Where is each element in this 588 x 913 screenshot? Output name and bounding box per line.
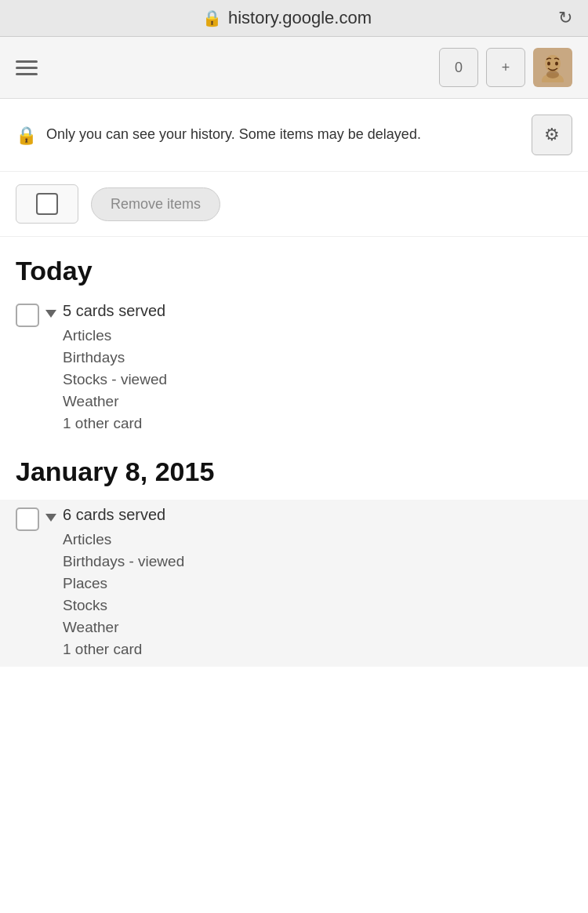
group-item-jan8-group-1-2[interactable]: Places [63, 573, 572, 595]
group-title-today-group-1: 5 cards served [63, 302, 572, 320]
main-content: Today5 cards servedArticlesBirthdaysStoc… [0, 237, 588, 667]
group-item-today-group-1-3[interactable]: Weather [63, 391, 572, 413]
group-item-today-group-1-4[interactable]: 1 other card [63, 413, 572, 435]
group-content-jan8-group-1: 6 cards servedArticlesBirthdays - viewed… [63, 506, 572, 660]
group-item-today-group-1-1[interactable]: Birthdays [63, 347, 572, 369]
chevron-down-icon[interactable] [45, 514, 56, 522]
address-bar-url[interactable]: history.google.com [228, 8, 372, 28]
toolbar-right: 0 + [439, 48, 572, 87]
new-tab-icon: + [502, 60, 510, 76]
avatar-image [538, 53, 568, 82]
date-heading-today: Today [16, 237, 572, 299]
tab-count-label: 0 [455, 60, 463, 76]
select-all-checkbox-button[interactable] [16, 184, 78, 224]
group-title-jan8-group-1: 6 cards served [63, 506, 572, 524]
group-item-today-group-1-0[interactable]: Articles [63, 325, 572, 347]
group-item-jan8-group-1-3[interactable]: Stocks [63, 595, 572, 617]
group-row-jan8-group-1: 6 cards servedArticlesBirthdays - viewed… [0, 500, 588, 667]
svg-point-4 [546, 71, 559, 78]
date-heading-january-8-2015: January 8, 2015 [16, 438, 572, 500]
group-content-today-group-1: 5 cards servedArticlesBirthdaysStocks - … [63, 302, 572, 435]
hamburger-menu-button[interactable] [16, 60, 38, 75]
toolbar: 0 + [0, 37, 588, 99]
gear-icon: ⚙ [544, 125, 560, 145]
avatar[interactable] [533, 48, 572, 87]
chevron-down-icon[interactable] [45, 310, 56, 318]
group-item-today-group-1-2[interactable]: Stocks - viewed [63, 369, 572, 391]
reload-icon[interactable]: ↻ [558, 8, 572, 28]
group-checkbox-jan8-group-1[interactable] [16, 507, 39, 531]
remove-items-label: Remove items [111, 196, 201, 212]
svg-point-2 [547, 62, 550, 66]
group-item-jan8-group-1-1[interactable]: Birthdays - viewed [63, 551, 572, 573]
privacy-lock-icon: 🔒 [16, 125, 37, 146]
group-row-today-group-1: 5 cards servedArticlesBirthdaysStocks - … [16, 299, 572, 438]
group-item-jan8-group-1-4[interactable]: Weather [63, 617, 572, 638]
svg-point-3 [555, 62, 558, 66]
lock-icon: 🔒 [202, 9, 222, 27]
remove-items-button[interactable]: Remove items [91, 187, 220, 221]
select-all-checkbox [36, 193, 58, 215]
controls-row: Remove items [0, 172, 588, 237]
tab-count-button[interactable]: 0 [439, 48, 478, 87]
privacy-message: Only you can see your history. Some item… [46, 124, 421, 145]
group-item-jan8-group-1-5[interactable]: 1 other card [63, 638, 572, 660]
group-checkbox-today-group-1[interactable] [16, 304, 39, 327]
privacy-bar: 🔒 Only you can see your history. Some it… [0, 99, 588, 172]
group-item-jan8-group-1-0[interactable]: Articles [63, 529, 572, 551]
address-bar: 🔒 history.google.com ↻ [0, 0, 588, 37]
settings-gear-button[interactable]: ⚙ [532, 115, 572, 155]
new-tab-button[interactable]: + [486, 48, 525, 87]
